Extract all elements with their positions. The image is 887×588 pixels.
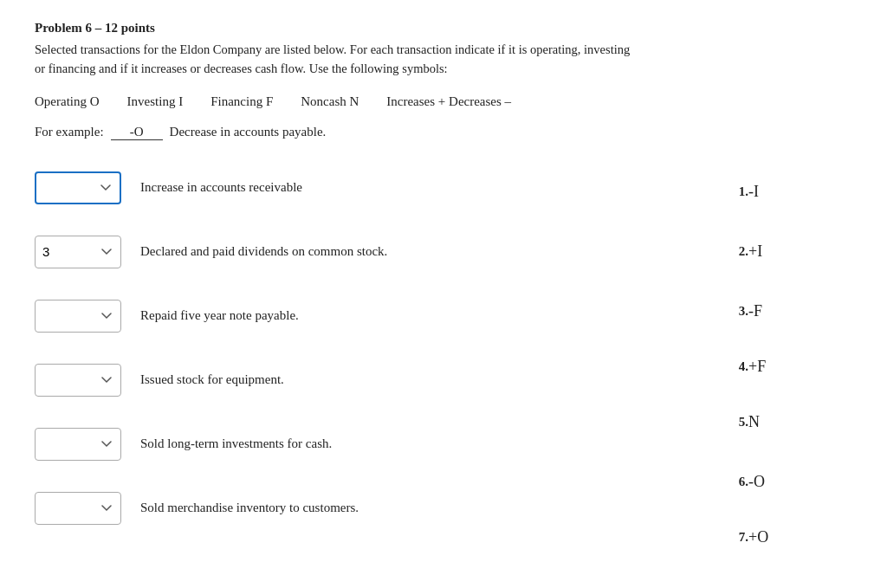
answer-num-6: 6.	[731, 475, 748, 489]
dropdown-transaction-5[interactable]: OIFN	[35, 428, 121, 461]
transaction-row: OIFNSold merchandise inventory to custom…	[35, 485, 705, 532]
answer-val-4: +F	[748, 358, 783, 376]
answer-block-4: 4.+F	[731, 339, 852, 395]
legend-row: Operating OInvesting IFinancing FNoncash…	[35, 94, 852, 109]
transaction-row: OIFN+O-O+I-I+F-FNIncrease in accounts re…	[35, 165, 705, 211]
answer-val-3: -F	[748, 302, 783, 320]
answer-num-1: 1.	[731, 184, 748, 199]
answer-block-7: 7.+O	[731, 514, 852, 561]
transaction-desc-3: Repaid five year note payable.	[140, 307, 418, 326]
transaction-desc-6: Sold merchandise inventory to customers.	[140, 499, 418, 518]
answer-block-6: 6.-O	[731, 450, 852, 514]
example-prefix: For example:	[35, 125, 104, 139]
transactions-list: OIFN+O-O+I-I+F-FNIncrease in accounts re…	[35, 165, 705, 561]
problem-header: Problem 6 – 12 points	[35, 21, 852, 36]
answer-val-7: +O	[748, 528, 783, 546]
transaction-row: OIFNRepaid five year note payable.	[35, 293, 705, 339]
answer-num-2: 2.	[731, 244, 748, 259]
dropdown-transaction-3[interactable]: OIFN	[35, 300, 121, 333]
transaction-row: OIFNIssued stock for equipment.	[35, 357, 705, 404]
answer-num-4: 4.	[731, 359, 748, 374]
answer-val-1: -I	[748, 183, 783, 201]
answer-val-2: +I	[748, 242, 783, 261]
legend-item: Investing I	[127, 94, 184, 109]
answer-num-7: 7.	[731, 530, 748, 545]
transaction-row: 1234567Declared and paid dividends on co…	[35, 229, 705, 275]
answer-block-5: 5.N	[731, 395, 852, 450]
problem-description: Selected transactions for the Eldon Comp…	[35, 41, 852, 79]
legend-item: Financing F	[210, 94, 273, 109]
transaction-desc-2: Declared and paid dividends on common st…	[140, 242, 418, 262]
transaction-row: OIFNSold long-term investments for cash.	[35, 421, 705, 468]
answer-block-3: 3.-F	[731, 284, 852, 339]
answer-num-5: 5.	[731, 415, 748, 430]
dropdown-transaction-4[interactable]: OIFN	[35, 364, 121, 397]
answer-val-5: N	[748, 413, 783, 431]
example-row: For example: -O Decrease in accounts pay…	[35, 125, 852, 140]
legend-item: Increases + Decreases –	[386, 94, 511, 109]
example-value: -O	[111, 125, 163, 140]
transaction-desc-4: Issued stock for equipment.	[140, 371, 418, 390]
answer-block-2: 2.+I	[731, 220, 852, 284]
answer-block-1: 1.-I	[731, 165, 852, 220]
dropdown-transaction-6[interactable]: OIFN	[35, 492, 121, 525]
legend-item: Operating O	[35, 94, 100, 109]
example-suffix: Decrease in accounts payable.	[170, 125, 327, 139]
transaction-desc-1: Increase in accounts receivable	[140, 178, 418, 197]
answer-val-6: -O	[748, 473, 783, 491]
transaction-desc-5: Sold long-term investments for cash.	[140, 435, 418, 454]
dropdown-transaction-1[interactable]: OIFN+O-O+I-I+F-FN	[35, 171, 121, 204]
legend-item: Noncash N	[301, 94, 359, 109]
answer-num-3: 3.	[731, 304, 748, 319]
answers-list: 1.-I2.+I3.-F4.+F5.N6.-O7.+O	[731, 165, 852, 561]
dropdown-transaction-2[interactable]: 1234567	[35, 236, 121, 268]
